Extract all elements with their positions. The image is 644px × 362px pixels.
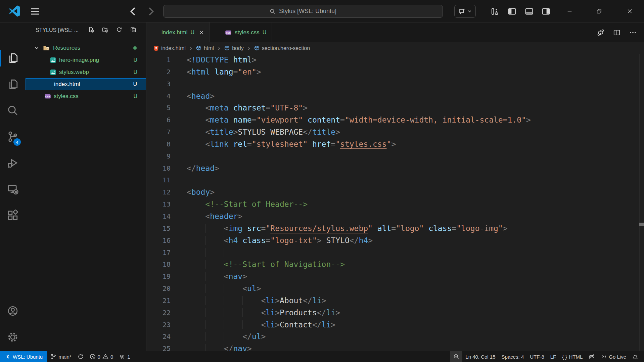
- status-go-live[interactable]: Go Live: [598, 351, 629, 362]
- editor-scrollbar[interactable]: [639, 54, 644, 351]
- copilot-chat-button[interactable]: [454, 5, 476, 18]
- breadcrumb-separator-icon: [188, 46, 193, 51]
- new-folder-icon: [102, 27, 108, 33]
- activity-item-remote-explorer[interactable]: [0, 176, 26, 202]
- breadcrumb-item-html[interactable]: html: [196, 45, 214, 51]
- new-folder-button[interactable]: [102, 27, 110, 35]
- status-language-mode[interactable]: { }HTML: [559, 351, 586, 362]
- line-number: 22: [146, 307, 171, 319]
- activity-bar: 4: [0, 22, 26, 351]
- line-number: 7: [146, 126, 171, 138]
- more-actions-icon[interactable]: [629, 29, 637, 36]
- status-label: LF: [550, 354, 556, 360]
- collapse-folders-button[interactable]: [130, 27, 138, 35]
- svg-text:CSS: CSS: [226, 32, 231, 34]
- status-label: Go Live: [609, 354, 626, 360]
- status-git-branch[interactable]: main*: [47, 351, 74, 362]
- activity-item-settings[interactable]: [0, 324, 26, 350]
- code-line-1: 1<!DOCTYPE html>: [146, 54, 644, 66]
- activity-item-source-control[interactable]: 4: [0, 124, 26, 150]
- status-sync-changes[interactable]: [75, 351, 87, 362]
- line-number: 20: [146, 283, 171, 295]
- code-line-7: 7 <title>STYLUS WEBPAGE</title>: [146, 126, 644, 138]
- navigate-back-button[interactable]: [128, 6, 139, 17]
- activity-item-explorer-secondary[interactable]: [0, 71, 26, 97]
- open-changes-icon[interactable]: [597, 29, 604, 36]
- code-editor[interactable]: 1<!DOCTYPE html>2<html lang="en">3 4<hea…: [146, 54, 644, 351]
- toggle-primary-sidebar-icon[interactable]: [508, 7, 516, 16]
- status-copilot-status[interactable]: [586, 351, 598, 362]
- activity-item-explorer[interactable]: [0, 45, 26, 71]
- toggle-secondary-sidebar-icon[interactable]: [542, 7, 550, 16]
- close-window-button[interactable]: [622, 4, 637, 18]
- tree-item-stylus.webp[interactable]: stylus.webpU: [26, 66, 146, 78]
- zoomout-icon: [453, 354, 459, 360]
- minimize-button[interactable]: [562, 4, 577, 18]
- tree-item-styles.css[interactable]: CSSstyles.cssU: [26, 90, 146, 102]
- vscode-window: Stylus [WSL: Ubuntu]: [0, 0, 644, 362]
- menu-hamburger-icon[interactable]: [30, 6, 40, 17]
- extensions-icon: [7, 210, 18, 221]
- line-number: 19: [146, 271, 171, 283]
- refresh-explorer-icon: [116, 27, 122, 33]
- activity-item-search[interactable]: [0, 97, 26, 124]
- search-icon: [7, 105, 18, 116]
- activity-item-extensions[interactable]: [0, 202, 26, 228]
- sync-icon: [78, 354, 84, 360]
- status-zoom-level[interactable]: [450, 351, 462, 362]
- html-file-icon: 5: [153, 45, 159, 51]
- status-remote-indicator[interactable]: WSL: Ubuntu: [0, 351, 47, 362]
- code-line-11: 11: [146, 174, 644, 186]
- status-label: Spaces: 4: [502, 354, 524, 360]
- tab-bar: index.htmlUCSSstyles.cssU: [146, 22, 644, 42]
- status-indentation[interactable]: Spaces: 4: [499, 351, 527, 362]
- toggle-panel-icon[interactable]: [525, 7, 534, 16]
- new-file-button[interactable]: [88, 27, 96, 35]
- code-line-10: 10</head>: [146, 163, 644, 175]
- status-label: 0: [110, 354, 113, 360]
- tab-label: styles.css: [235, 29, 260, 36]
- activity-item-run-debug[interactable]: [0, 150, 26, 176]
- tree-item-hero-image.png[interactable]: hero-image.pngU: [26, 54, 146, 66]
- command-center-search[interactable]: Stylus [WSL: Ubuntu]: [163, 5, 443, 18]
- status-eol-sequence[interactable]: LF: [547, 351, 559, 362]
- restore-button[interactable]: [592, 4, 606, 18]
- close-tab-icon[interactable]: [199, 30, 204, 35]
- breadcrumb-item-section.hero-section[interactable]: section.hero-section: [254, 45, 310, 51]
- tab-index.html[interactable]: index.htmlU: [146, 22, 210, 43]
- code-line-4: 4<head>: [146, 90, 644, 102]
- explorer-sidebar: STYLUS [WSL: ... Resourceshero-image.png…: [26, 22, 146, 351]
- status-problems[interactable]: 00: [87, 351, 117, 362]
- line-number: 13: [146, 198, 171, 211]
- activity-item-accounts[interactable]: [0, 298, 26, 324]
- status-notifications[interactable]: [629, 351, 641, 362]
- svg-text:CSS: CSS: [45, 95, 50, 98]
- breadcrumb-item-body[interactable]: body: [224, 45, 244, 51]
- status-cursor-position[interactable]: Ln 40, Col 15: [462, 351, 498, 362]
- line-number: 3: [146, 78, 171, 90]
- account-icon: [7, 306, 18, 316]
- folder-file-icon: [43, 45, 50, 51]
- navigate-forward-button[interactable]: [145, 6, 156, 17]
- breadcrumb-item-index.html[interactable]: 5index.html: [153, 45, 186, 51]
- line-number: 25: [146, 343, 171, 351]
- tab-styles.css[interactable]: CSSstyles.cssU: [220, 22, 272, 42]
- radio-icon: [119, 354, 125, 360]
- tab-label: index.html: [162, 29, 187, 36]
- tree-item-index.html[interactable]: index.htmlU: [26, 78, 146, 90]
- customize-layout-icon[interactable]: [490, 7, 499, 16]
- tree-item-Resources[interactable]: Resources: [26, 42, 146, 54]
- line-number: 4: [146, 90, 171, 102]
- copilot-chat-icon: [458, 8, 466, 15]
- line-number: 17: [146, 247, 171, 259]
- split-editor-icon[interactable]: [613, 29, 620, 36]
- status-encoding[interactable]: UTF-8: [527, 351, 547, 362]
- code-line-9: 9: [146, 150, 644, 163]
- code-line-20: 20 <ul>: [146, 283, 644, 295]
- code-line-14: 14 <header>: [146, 211, 644, 223]
- remote-ind-icon: [5, 354, 11, 360]
- status-ports[interactable]: 1: [116, 351, 133, 362]
- git-status-badge: U: [133, 93, 137, 99]
- refresh-explorer-button[interactable]: [116, 27, 124, 35]
- copilot-icon: [589, 354, 595, 360]
